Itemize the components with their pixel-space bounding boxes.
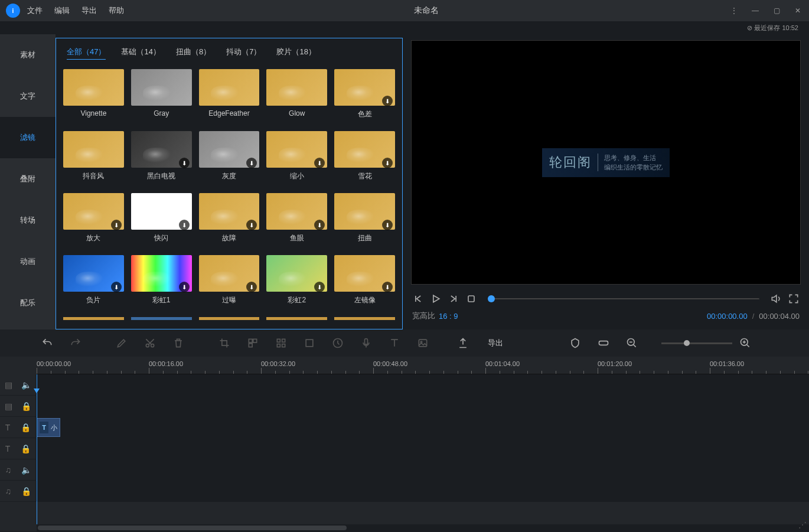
marker-icon[interactable] [569,337,581,349]
menu-help[interactable]: 帮助 [109,5,124,16]
fullscreen-icon[interactable] [788,293,800,305]
filter-thumb[interactable]: ⬇快闪 [131,193,192,243]
stop-icon[interactable] [465,293,477,305]
filter-thumb[interactable]: ⬇负片 [63,255,124,305]
minimize-icon[interactable]: — [750,5,761,16]
text-track-2[interactable] [37,438,809,459]
filter-thumb[interactable]: ⬇左镜像 [334,255,395,305]
text-tool-icon[interactable] [389,337,400,349]
side-tab-transition[interactable]: 转场 [0,200,56,241]
lock-icon[interactable]: 🔒 [21,487,31,496]
grid-icon[interactable] [275,337,287,349]
text-track-1[interactable]: T 小 [37,417,809,438]
filter-thumb[interactable]: ⬇缩小 [266,131,327,181]
menubar: 文件 编辑 导出 帮助 [27,5,124,16]
zoom-slider[interactable] [661,342,732,344]
export-icon[interactable] [457,337,469,349]
mute-icon[interactable]: 🔈 [21,465,31,475]
filter-thumb[interactable]: ⬇放大 [63,193,124,243]
side-tab-material[interactable]: 素材 [0,34,56,76]
filter-thumb[interactable]: ⬇黑白电视 [131,131,192,181]
download-icon[interactable]: ⬇ [179,158,190,168]
svg-rect-12 [365,339,368,345]
side-tab-music[interactable]: 配乐 [0,282,56,324]
mosaic-icon[interactable] [247,337,259,349]
video-track-2[interactable] [37,396,809,416]
freeze-icon[interactable] [304,337,315,349]
menu-edit[interactable]: 编辑 [54,5,70,16]
redo-icon[interactable] [70,337,81,349]
filter-thumb[interactable]: Glow [266,69,327,119]
time-total: 00:00:04.00 [759,312,800,321]
export-label[interactable]: 导出 [488,338,503,348]
image-icon[interactable] [417,337,429,349]
download-icon[interactable]: ⬇ [382,158,393,168]
filter-thumb[interactable]: ⬇雪花 [334,131,395,181]
filter-thumb[interactable]: EdgeFeather [199,69,260,119]
zoom-out-icon[interactable] [626,337,638,349]
side-tab-text[interactable]: 文字 [0,76,56,117]
cat-tab-distort[interactable]: 扭曲（8） [176,47,211,60]
crop-icon[interactable] [218,337,230,349]
preview-viewport[interactable]: 轮回阁 思考、修身、生活 编织生活的零散记忆 [411,40,801,285]
filter-thumb[interactable]: ⬇过曝 [199,255,260,305]
maximize-icon[interactable]: ▢ [771,5,782,16]
download-icon[interactable]: ⬇ [179,220,190,230]
filter-grid: VignetteGrayEdgeFeatherGlow⬇色差抖音风⬇黑白电视⬇灰… [63,66,395,305]
audio-track-2[interactable] [37,481,809,501]
zoom-in-icon[interactable] [739,337,751,349]
volume-icon[interactable] [770,293,782,305]
mic-icon[interactable] [360,337,372,349]
delete-icon[interactable] [172,337,184,349]
download-icon[interactable]: ⬇ [111,282,122,292]
edit-icon[interactable] [116,337,128,349]
lock-icon[interactable]: 🔒 [21,444,31,453]
filter-thumb[interactable]: ⬇故障 [199,193,260,243]
filter-thumb[interactable]: ⬇鱼眼 [266,193,327,243]
filter-thumb[interactable]: 抖音风 [63,131,124,181]
timeline-ruler[interactable]: 00:00:00.0000:00:16.0000:00:32.0000:00:4… [37,357,809,374]
mute-icon[interactable]: 🔈 [21,380,31,390]
side-tab-filter[interactable]: 滤镜 [0,117,56,158]
audio-track-1[interactable] [37,459,809,480]
window-title: 未命名 [124,5,729,16]
download-icon[interactable]: ⬇ [382,220,393,230]
play-icon[interactable] [430,293,442,305]
filter-thumb[interactable]: Vignette [63,69,124,119]
resize-grip-icon[interactable]: ⋰ [798,520,807,530]
download-icon[interactable]: ⬇ [111,220,122,230]
download-icon[interactable]: ⬇ [382,282,393,292]
side-tab-overlay[interactable]: 叠附 [0,158,56,200]
fit-icon[interactable] [598,337,609,349]
filter-thumb[interactable]: ⬇彩虹2 [266,255,327,305]
preview-seek-track[interactable] [488,298,759,300]
filter-thumb[interactable]: ⬇彩虹1 [131,255,192,305]
undo-icon[interactable] [41,337,53,349]
filter-thumb[interactable]: ⬇扭曲 [334,193,395,243]
filter-thumb[interactable]: ⬇色差 [334,69,395,119]
download-icon[interactable]: ⬇ [179,282,190,292]
download-icon[interactable]: ⬇ [382,96,393,106]
filter-thumb[interactable]: ⬇灰度 [199,131,260,181]
cut-icon[interactable] [144,337,156,349]
prev-frame-icon[interactable] [412,293,424,305]
cat-tab-all[interactable]: 全部（47） [67,47,106,60]
menu-export[interactable]: 导出 [81,5,97,16]
ratio-value[interactable]: 16 : 9 [439,312,458,321]
cat-tab-shake[interactable]: 抖动（7） [226,47,261,60]
next-frame-icon[interactable] [448,293,459,305]
playhead[interactable] [37,374,37,524]
filter-thumb[interactable]: Gray [131,69,192,119]
lock-icon[interactable]: 🔒 [21,423,31,432]
lock-icon[interactable]: 🔒 [21,402,31,411]
speed-icon[interactable] [332,337,344,349]
close-icon[interactable]: ✕ [792,5,803,16]
text-clip[interactable]: T 小 [37,418,60,437]
cat-tab-basic[interactable]: 基础（14） [121,47,160,60]
cat-tab-film[interactable]: 胶片（18） [276,47,315,60]
side-tab-animation[interactable]: 动画 [0,241,56,282]
more-icon[interactable]: ⋮ [729,5,739,16]
timeline-scrollbar[interactable] [37,524,809,531]
menu-file[interactable]: 文件 [27,5,43,16]
video-track-1[interactable] [37,374,809,395]
